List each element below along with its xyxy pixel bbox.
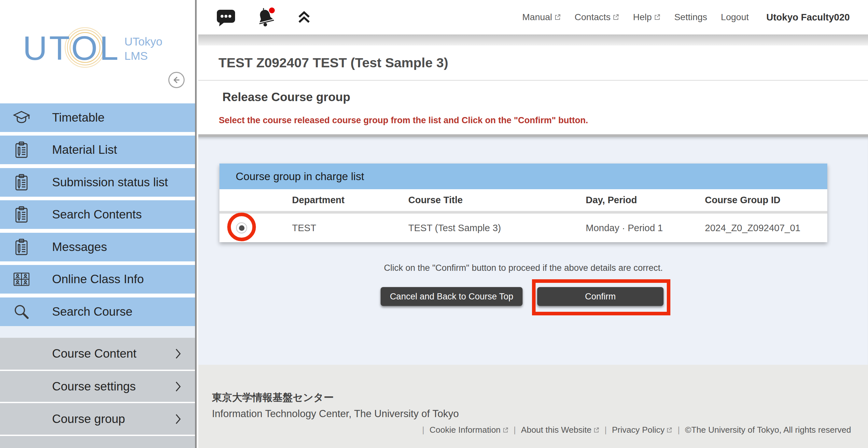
- header-cell-day-period: Day, Period: [586, 195, 705, 205]
- external-link-icon: [593, 427, 599, 433]
- sidebar-item-label: Search Course: [52, 305, 132, 319]
- table-divider: [219, 211, 827, 214]
- external-link-icon: [613, 14, 619, 21]
- footer-link-cookie-information[interactable]: Cookie Information: [429, 425, 508, 435]
- sidebar-item-label: Course Content: [52, 347, 136, 360]
- page-title: TEST Z092407 TEST (Test Sample 3): [218, 55, 448, 71]
- course-group-panel: Course group in charge list Department C…: [219, 164, 827, 242]
- course-group-radio[interactable]: [236, 222, 247, 234]
- footer-separator: |: [514, 425, 516, 435]
- cell-department: TEST: [292, 223, 408, 234]
- utol-lms-page: UTOL UTokyo LMS Timetable: [0, 0, 868, 448]
- radio-selected-dot: [239, 225, 245, 231]
- back-arrow-icon: [172, 75, 181, 85]
- sidebar-item-label: Messages: [52, 240, 107, 254]
- topbar-link-contacts[interactable]: Contacts: [575, 12, 620, 23]
- clipboard-icon: [12, 238, 31, 256]
- cell-course-group-id: 2024_Z0_Z092407_01: [705, 223, 827, 234]
- sidebar-item-label: Course settings: [52, 380, 136, 393]
- topbar-link-settings[interactable]: Settings: [674, 12, 707, 23]
- collapse-sidebar-button[interactable]: [168, 72, 185, 88]
- sidebar-item-course-content[interactable]: Course Content: [0, 338, 195, 370]
- confirm-button[interactable]: Confirm: [537, 287, 663, 306]
- topbar-link-manual[interactable]: Manual: [522, 12, 561, 23]
- notification-badge: [269, 7, 275, 13]
- footer-org-en: Information Technology Center, The Unive…: [212, 408, 851, 420]
- content-section: Course group in charge list Department C…: [198, 137, 868, 365]
- section-title: Release Course group: [222, 91, 350, 104]
- sidebar-item-timetable[interactable]: Timetable: [0, 103, 195, 132]
- section-header: Release Course group Select the course r…: [198, 81, 868, 134]
- topbar-link-label: Manual: [522, 12, 552, 23]
- sidebar-item-search-course[interactable]: Search Course: [0, 298, 195, 326]
- footer-org-jp: 東京大学情報基盤センター: [212, 391, 851, 405]
- logo-wordmark: UTOL: [23, 29, 121, 67]
- user-name: Utokyo Faculty020: [767, 12, 850, 23]
- utol-logo: UTOL UTokyo LMS: [21, 27, 170, 71]
- sidebar-item-course-group[interactable]: Course group: [0, 403, 195, 435]
- sidebar-item-label: Submission status list: [52, 176, 168, 189]
- chevron-right-icon: [175, 414, 181, 424]
- header-cell-course-group-id: Course Group ID: [705, 195, 827, 205]
- footer-link-label: Privacy Policy: [612, 425, 664, 435]
- footer-link-label: About this Website: [521, 425, 591, 435]
- sidebar-item-online-class-info[interactable]: Online Class Info: [0, 265, 195, 294]
- topbar-link-label: Settings: [674, 12, 707, 23]
- footer-link-label: Cookie Information: [429, 425, 500, 435]
- table-header-row: Department Course Title Day, Period Cour…: [219, 189, 827, 211]
- section-divider: [198, 134, 868, 137]
- topbar: Manual Contacts Help: [198, 0, 868, 34]
- sidebar-item-label: Course group: [52, 412, 125, 426]
- sidebar-item-label: Search Contents: [52, 208, 142, 221]
- sidebar-spacer: [0, 326, 195, 338]
- footer-copyright: ©The University of Tokyo, All rights res…: [685, 425, 851, 435]
- topbar-shadow-strip: [198, 34, 868, 45]
- footer-separator: |: [604, 425, 607, 435]
- sidebar-item-submission-status-list[interactable]: Submission status list: [0, 168, 195, 197]
- logo-subtitle-2: LMS: [124, 49, 148, 62]
- sidebar-item-material-list[interactable]: Material List: [0, 136, 195, 164]
- footer-links: | Cookie Information | About this Websit…: [212, 425, 851, 435]
- collapse-topbar-button[interactable]: [297, 10, 312, 25]
- chevron-right-icon: [175, 348, 181, 359]
- bell-icon: [255, 7, 278, 27]
- external-link-icon: [654, 14, 661, 21]
- logo-subtitle-1: UTokyo: [124, 35, 162, 48]
- topbar-link-label: Logout: [721, 12, 749, 23]
- sidebar-item-search-contents[interactable]: Search Contents: [0, 200, 195, 229]
- confirm-note: Click on the "Confirm" button to proceed…: [219, 263, 827, 273]
- graduation-cap-icon: [12, 109, 31, 127]
- footer: 東京大学情報基盤センター Information Technology Cent…: [198, 365, 868, 448]
- chevron-right-icon: [175, 381, 181, 392]
- topbar-link-label: Help: [633, 12, 652, 23]
- topbar-link-help[interactable]: Help: [633, 12, 661, 23]
- clipboard-icon: [12, 205, 31, 224]
- external-link-icon: [555, 14, 561, 21]
- chat-icon: [216, 8, 236, 27]
- panel-header: Course group in charge list: [219, 164, 827, 189]
- topbar-link-label: Contacts: [575, 12, 611, 23]
- external-link-icon: [666, 427, 672, 433]
- cancel-button[interactable]: Cancel and Back to Course Top: [381, 287, 523, 306]
- page-title-band: TEST Z092407 TEST (Test Sample 3): [198, 45, 868, 81]
- external-link-icon: [503, 427, 508, 433]
- header-cell-course-title: Course Title: [408, 195, 586, 205]
- header-cell-department: Department: [292, 195, 408, 205]
- footer-link-about-this-website[interactable]: About this Website: [521, 425, 599, 435]
- chat-button[interactable]: [216, 8, 236, 27]
- video-grid-icon: [12, 270, 31, 288]
- radio-cell: [219, 222, 292, 234]
- topbar-link-logout[interactable]: Logout: [721, 12, 749, 23]
- notifications-button[interactable]: [255, 7, 278, 27]
- sidebar-item-label: Online Class Info: [52, 272, 144, 286]
- clipboard-icon: [12, 141, 31, 159]
- sidebar-item-partial[interactable]: [0, 436, 195, 448]
- footer-link-privacy-policy[interactable]: Privacy Policy: [612, 425, 672, 435]
- magnifier-icon: [12, 303, 31, 321]
- footer-separator: |: [422, 425, 425, 435]
- panel-title: Course group in charge list: [236, 170, 364, 183]
- clipboard-icon: [12, 173, 31, 192]
- sidebar-item-course-settings[interactable]: Course settings: [0, 371, 195, 402]
- cell-course-title: TEST (Test Sample 3): [408, 223, 586, 234]
- sidebar-item-messages[interactable]: Messages: [0, 233, 195, 262]
